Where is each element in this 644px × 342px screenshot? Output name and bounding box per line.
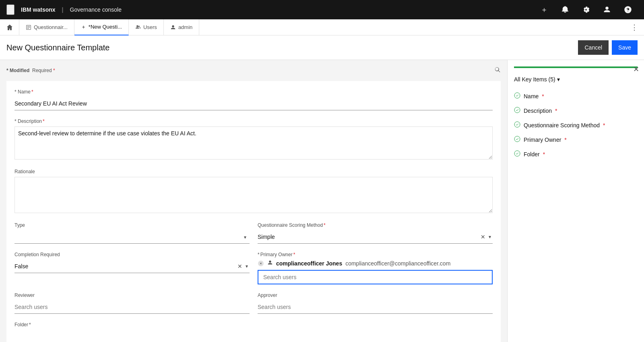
tab-users-label: Users (143, 24, 157, 30)
key-item-description: Description * (514, 104, 638, 118)
key-item-owner-label: Primary Owner (524, 137, 561, 143)
reviewer-label: Reviewer (14, 292, 250, 298)
form-area: * Modified Required * * Name * * Descrip… (0, 60, 507, 342)
tab-new-icon: ＋ (81, 23, 86, 31)
owner-user-icon (267, 260, 273, 267)
scoring-method-select-wrapper: Simple ✕ ▾ (258, 230, 493, 244)
tab-new-questionnaire-label: *New Questi... (89, 24, 122, 30)
save-button[interactable]: Save (612, 40, 638, 55)
progress-bar-fill (514, 66, 638, 68)
type-scoring-row: Type ▾ Questionnaire Scoring Method * Si… (14, 222, 493, 244)
primary-owner-search-input[interactable] (258, 270, 493, 284)
key-item-description-check-icon (514, 107, 520, 115)
svg-point-1 (514, 93, 520, 98)
brand-separator: | (62, 6, 64, 13)
owner-chip: complianceofficer Jones complianceoffice… (258, 260, 493, 267)
key-item-folder-required: * (543, 151, 545, 158)
key-item-description-required: * (555, 108, 557, 114)
help-icon-button[interactable] (618, 0, 638, 19)
scoring-method-label: Questionnaire Scoring Method * (258, 222, 493, 228)
approver-field-group: Approver (258, 292, 493, 314)
main-layout: * Modified Required * * Name * * Descrip… (0, 60, 644, 342)
type-select-wrapper: ▾ (14, 230, 250, 244)
folder-field-group: Folder * (14, 322, 493, 327)
key-item-scoring-required: * (603, 122, 605, 129)
form-meta-bar: * Modified Required * (6, 66, 501, 75)
add-icon-button[interactable]: ＋ (535, 0, 554, 19)
cancel-button[interactable]: Cancel (578, 40, 609, 55)
hamburger-menu-button[interactable]: ☰ (6, 4, 14, 15)
tab-questionnaires[interactable]: Questionnair... (19, 19, 74, 35)
tab-home[interactable] (0, 19, 19, 35)
svg-point-4 (514, 136, 520, 142)
rationale-textarea[interactable] (14, 177, 493, 213)
reviewer-approver-row: Reviewer Approver (14, 292, 493, 314)
primary-owner-left-star: * (258, 252, 260, 257)
brand-logo: IBM watsonx | Governance console (21, 6, 122, 13)
key-item-folder: Folder * (514, 147, 638, 162)
tab-admin[interactable]: admin (164, 19, 199, 35)
description-field-group: * Description * Second-level review to d… (14, 118, 493, 161)
rationale-field-group: Rationale (14, 169, 493, 214)
completion-clear-button[interactable]: ✕ (236, 261, 244, 271)
scoring-method-clear-button[interactable]: ✕ (479, 232, 487, 242)
scoring-method-field-group: Questionnaire Scoring Method * Simple ✕ … (258, 222, 493, 244)
description-label: * Description * (14, 118, 493, 124)
completion-field-group: Completion Required False ✕ ▾ (14, 252, 250, 284)
key-item-folder-label: Folder (524, 151, 540, 158)
search-button[interactable] (494, 66, 501, 75)
completion-owner-row: Completion Required False ✕ ▾ * Primary … (14, 252, 493, 284)
user-account-icon-button[interactable] (597, 0, 617, 19)
completion-label: Completion Required (14, 252, 250, 257)
reviewer-field-group: Reviewer (14, 292, 250, 314)
owner-remove-button[interactable] (258, 260, 264, 267)
key-item-name: Name * (514, 89, 638, 104)
app-name: Governance console (70, 6, 122, 13)
tab-overflow-button[interactable]: ⋮ (625, 19, 644, 35)
scoring-method-required-indicator: * (324, 222, 326, 228)
key-items-chevron-icon: ▾ (557, 76, 560, 83)
key-item-owner-check-icon (514, 136, 520, 144)
name-field-group: * Name * (14, 89, 493, 110)
header-actions: Cancel Save (578, 40, 638, 55)
completion-chevron-button[interactable]: ▾ (244, 262, 250, 271)
scoring-method-chevron-button[interactable]: ▾ (487, 232, 493, 241)
type-field-group: Type ▾ (14, 222, 250, 244)
page-title: New Questionnaire Template (6, 43, 578, 52)
description-textarea[interactable]: Second-level review to determine if the … (14, 126, 493, 160)
primary-owner-label: * Primary Owner * (258, 252, 493, 257)
owner-section: complianceofficer Jones complianceoffice… (258, 260, 493, 284)
approver-label: Approver (258, 292, 493, 298)
tab-bar: Questionnair... ＋ *New Questi... Users a… (0, 19, 644, 35)
tab-new-questionnaire[interactable]: ＋ *New Questi... (74, 19, 129, 35)
key-item-folder-check-icon (514, 150, 520, 158)
description-required-indicator: * (43, 118, 45, 124)
scoring-method-value: Simple (258, 230, 479, 243)
svg-point-5 (514, 151, 520, 156)
completion-select-wrapper: False ✕ ▾ (14, 260, 250, 273)
name-required-indicator: * (31, 89, 33, 95)
settings-icon-button[interactable] (576, 0, 596, 19)
key-items-header: All Key Items (5) ▾ (514, 76, 638, 83)
form-card: * Name * * Description * Second-level re… (6, 81, 501, 342)
rationale-label: Rationale (14, 169, 493, 174)
key-item-name-check-icon (514, 92, 520, 100)
primary-owner-field-group: * Primary Owner * complianceofficer Jone… (258, 252, 493, 284)
folder-label: Folder * (14, 322, 493, 327)
svg-point-2 (514, 107, 520, 113)
folder-required-indicator: * (29, 322, 31, 327)
reviewer-search-input[interactable] (14, 301, 250, 314)
name-label: * Name * (14, 89, 493, 95)
right-panel-close-button[interactable]: ✕ (633, 65, 639, 74)
approver-search-input[interactable] (258, 301, 493, 314)
name-input[interactable] (14, 97, 493, 110)
owner-name: complianceofficer Jones (276, 260, 342, 267)
tab-users[interactable]: Users (129, 19, 164, 35)
type-select[interactable] (14, 230, 250, 244)
notification-icon-button[interactable] (555, 0, 575, 19)
progress-bar-container (514, 66, 638, 68)
tab-questionnaires-label: Questionnair... (34, 24, 68, 30)
key-items-dropdown-button[interactable]: All Key Items (5) ▾ (514, 76, 560, 83)
key-item-primary-owner: Primary Owner * (514, 133, 638, 147)
svg-point-3 (514, 122, 520, 127)
